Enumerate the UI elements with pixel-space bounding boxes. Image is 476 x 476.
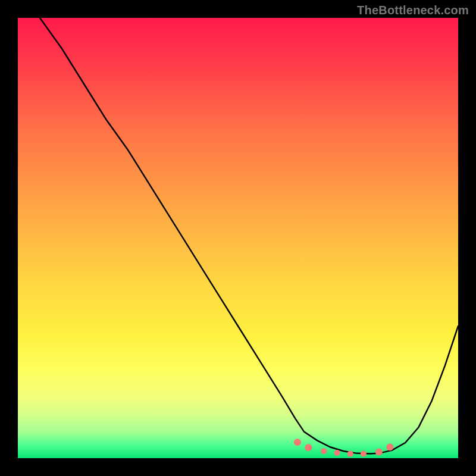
marker-dot bbox=[294, 439, 301, 446]
marker-dot bbox=[305, 444, 312, 451]
chart-plot-area bbox=[18, 18, 458, 458]
marker-dot bbox=[361, 451, 367, 457]
marker-dot bbox=[375, 449, 383, 456]
chart-frame: TheBottleneck.com bbox=[0, 0, 476, 476]
marker-dot bbox=[334, 450, 340, 456]
marker-dot bbox=[386, 444, 393, 451]
marker-group bbox=[294, 439, 393, 456]
bottleneck-curve-path bbox=[40, 18, 458, 454]
marker-dot bbox=[347, 451, 353, 457]
marker-dot bbox=[321, 448, 327, 454]
watermark-text: TheBottleneck.com bbox=[357, 4, 469, 17]
chart-svg bbox=[18, 18, 458, 458]
